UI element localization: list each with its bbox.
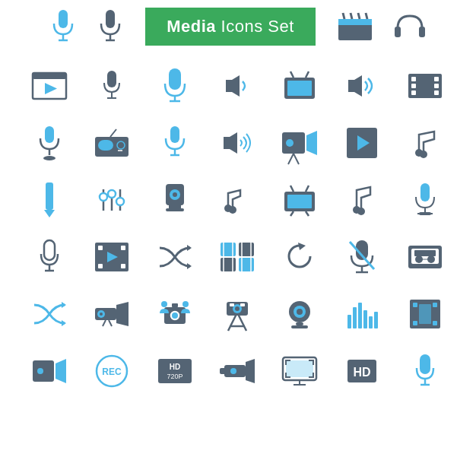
svg-marker-117 xyxy=(62,302,66,308)
svg-point-62 xyxy=(100,193,107,201)
svg-line-26 xyxy=(290,71,294,78)
svg-marker-47 xyxy=(224,132,237,154)
svg-point-136 xyxy=(235,306,240,311)
svg-rect-89 xyxy=(98,264,103,268)
svg-rect-147 xyxy=(363,310,367,328)
svg-rect-40 xyxy=(98,140,113,151)
icon-cell xyxy=(332,228,392,285)
svg-rect-137 xyxy=(230,303,234,306)
mic-blue-bottom-icon xyxy=(415,354,435,388)
speaker-low-icon xyxy=(223,74,252,98)
svg-rect-13 xyxy=(419,27,425,37)
svg-rect-0 xyxy=(59,10,68,28)
video-cam-dark-icon xyxy=(33,357,66,385)
svg-rect-88 xyxy=(98,246,103,250)
svg-rect-17 xyxy=(107,71,116,87)
icon-cell xyxy=(207,285,268,342)
icon-cell xyxy=(269,171,330,228)
rec-button-icon: REC xyxy=(95,354,129,388)
icon-cell xyxy=(332,285,392,342)
clapperboard-icon xyxy=(338,13,372,40)
hd720p-badge-icon: HD 720P xyxy=(158,359,192,383)
icons-grid: REC HD 720P xyxy=(8,57,468,399)
icon-cell xyxy=(269,57,330,114)
svg-rect-12 xyxy=(395,27,401,37)
svg-rect-44 xyxy=(170,126,179,143)
icon-cell xyxy=(144,285,205,342)
icon-cell xyxy=(332,171,392,228)
mic-outline-icon xyxy=(40,240,59,274)
equalizer-icon xyxy=(347,300,376,328)
mic-icon-header-1 xyxy=(51,10,75,43)
svg-text:REC: REC xyxy=(103,367,122,377)
icon-cell xyxy=(144,171,205,228)
svg-marker-120 xyxy=(116,302,129,326)
music-notes-2-icon xyxy=(224,186,251,214)
filmstrip2-icon xyxy=(410,300,440,328)
filmstrip-icon xyxy=(408,74,442,98)
icon-cell: HD xyxy=(332,342,392,399)
svg-rect-174 xyxy=(420,354,430,374)
svg-rect-90 xyxy=(121,246,125,250)
svg-point-79 xyxy=(357,208,365,215)
svg-point-56 xyxy=(420,151,427,158)
icon-cell xyxy=(144,114,205,171)
svg-point-38 xyxy=(43,156,56,160)
headphones-icon xyxy=(395,13,425,40)
icon-cell xyxy=(395,114,455,171)
mic-blue-icon xyxy=(164,126,186,160)
page: Media Icons Set xyxy=(0,0,476,476)
svg-rect-91 xyxy=(121,264,125,268)
play-button-icon xyxy=(347,128,377,158)
icon-cell xyxy=(269,285,330,342)
icon-cell xyxy=(395,57,455,114)
svg-point-129 xyxy=(161,301,167,307)
svg-line-10 xyxy=(358,13,360,19)
svg-rect-7 xyxy=(338,19,372,25)
svg-marker-23 xyxy=(226,75,240,97)
svg-marker-58 xyxy=(44,210,55,217)
hd-badge-icon: HD xyxy=(347,360,376,382)
mic-blue-large-icon xyxy=(163,68,186,103)
svg-rect-97 xyxy=(221,258,236,271)
svg-rect-144 xyxy=(347,315,351,328)
icon-cell xyxy=(19,57,80,114)
icon-cell xyxy=(81,228,142,285)
svg-line-42 xyxy=(110,129,116,137)
svg-point-122 xyxy=(100,313,103,316)
svg-line-11 xyxy=(366,13,367,19)
icon-cell xyxy=(269,228,330,285)
svg-rect-116 xyxy=(414,250,436,256)
svg-marker-28 xyxy=(348,75,362,97)
svg-rect-151 xyxy=(413,303,417,307)
svg-marker-165 xyxy=(246,359,255,383)
svg-rect-3 xyxy=(106,10,115,28)
video-camera-icon xyxy=(282,129,317,157)
music-note-icon xyxy=(411,129,439,157)
svg-line-75 xyxy=(306,186,309,192)
svg-text:720P: 720P xyxy=(167,373,182,380)
svg-rect-73 xyxy=(287,195,312,208)
screen-icon xyxy=(283,357,316,385)
svg-line-74 xyxy=(290,186,294,192)
svg-point-41 xyxy=(117,141,125,149)
svg-line-76 xyxy=(290,211,294,216)
svg-rect-30 xyxy=(411,77,416,81)
svg-marker-49 xyxy=(306,131,317,155)
svg-text:HD: HD xyxy=(169,363,179,371)
svg-rect-128 xyxy=(172,303,178,307)
svg-point-158 xyxy=(37,368,43,374)
icon-cell xyxy=(395,342,455,399)
svg-rect-31 xyxy=(411,84,416,88)
icon-cell xyxy=(81,171,142,228)
svg-rect-36 xyxy=(45,126,54,143)
svg-rect-145 xyxy=(353,307,357,328)
svg-line-124 xyxy=(109,320,112,326)
icon-cell xyxy=(81,114,142,171)
mixer-icon xyxy=(97,186,126,214)
shuffle2-icon xyxy=(33,300,66,328)
icon-cell xyxy=(207,342,268,399)
svg-line-52 xyxy=(294,154,299,164)
svg-line-123 xyxy=(103,320,106,326)
svg-rect-153 xyxy=(433,303,437,307)
